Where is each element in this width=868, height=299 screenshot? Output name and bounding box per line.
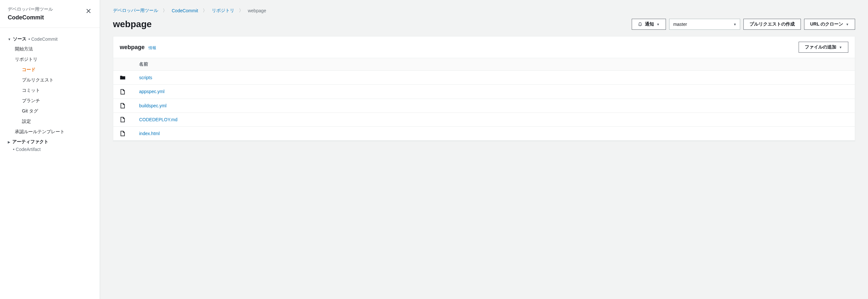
- add-file-label: ファイルの追加: [805, 44, 836, 50]
- breadcrumb: デベロッパー用ツール〉CodeCommit〉リポジトリ〉webpage: [113, 8, 855, 13]
- chevron-right-icon: 〉: [163, 8, 167, 13]
- repo-card: webpage 情報 ファイルの追加 ▼ 名前 scriptsappspec.y…: [113, 36, 855, 141]
- nav-section-header[interactable]: ▶アーティファクト: [8, 137, 92, 147]
- card-header: webpage 情報 ファイルの追加 ▼: [113, 36, 855, 58]
- clone-url-label: URL のクローン: [810, 21, 843, 27]
- notify-label: 通知: [645, 21, 654, 27]
- nav-section-header[interactable]: ▼ソース • CodeCommit: [8, 34, 92, 44]
- file-name-cell: CODEDEPLOY.md: [133, 112, 855, 127]
- sidebar-subtitle: デベロッパー用ツール: [8, 6, 53, 12]
- folder-icon: [113, 71, 133, 85]
- sidebar-title: CodeCommit: [8, 14, 53, 21]
- table-row: buildspec.yml: [113, 99, 855, 112]
- branch-select[interactable]: master ▼: [669, 19, 740, 30]
- breadcrumb-item[interactable]: リポジトリ: [212, 8, 234, 13]
- file-name-cell: appspec.yml: [133, 85, 855, 99]
- create-pr-label: プルリクエストの作成: [749, 21, 795, 27]
- file-icon: [113, 127, 133, 141]
- caret-down-icon: ▼: [8, 37, 11, 41]
- page-header: webpage 通知 ▼ master ▼ プルリクエストの作成 URL のクロ…: [113, 19, 855, 30]
- file-name-cell: scripts: [133, 71, 855, 85]
- info-link[interactable]: 情報: [149, 45, 156, 51]
- breadcrumb-item[interactable]: CodeCommit: [172, 8, 198, 13]
- file-link[interactable]: scripts: [139, 75, 152, 80]
- table-row: CODEDEPLOY.md: [113, 112, 855, 127]
- close-icon[interactable]: ✕: [85, 6, 92, 16]
- card-title-wrap: webpage 情報: [120, 44, 156, 51]
- nav-section-suffix: • CodeCommit: [28, 36, 58, 42]
- create-pull-request-button[interactable]: プルリクエストの作成: [743, 19, 801, 30]
- nav-section-label: ソース: [13, 36, 27, 42]
- caret-down-icon: ▼: [846, 23, 849, 26]
- chevron-right-icon: 〉: [203, 8, 207, 13]
- breadcrumb-item: webpage: [248, 8, 266, 13]
- chevron-right-icon: 〉: [239, 8, 243, 13]
- nav-section: ▶アーティファクト• CodeArtifact: [0, 137, 100, 152]
- file-link[interactable]: buildspec.yml: [139, 103, 166, 108]
- branch-selected-label: master: [673, 22, 687, 27]
- caret-down-icon: ▼: [657, 23, 660, 26]
- sidebar-item[interactable]: Git タグ: [8, 106, 92, 116]
- caret-right-icon: ▶: [8, 140, 10, 144]
- table-row: appspec.yml: [113, 85, 855, 99]
- sidebar-item[interactable]: コード: [8, 65, 92, 75]
- sidebar-item[interactable]: リポジトリ: [8, 54, 92, 65]
- file-icon: [113, 112, 133, 127]
- table-header-name: 名前: [133, 58, 855, 71]
- file-link[interactable]: appspec.yml: [139, 89, 165, 94]
- sidebar-item[interactable]: 設定: [8, 116, 92, 127]
- sidebar-header-text: デベロッパー用ツール CodeCommit: [8, 6, 53, 21]
- card-title: webpage: [120, 44, 145, 51]
- page-title: webpage: [113, 19, 152, 29]
- table-row: index.html: [113, 127, 855, 141]
- clone-url-button[interactable]: URL のクローン ▼: [804, 19, 855, 30]
- sidebar: デベロッパー用ツール CodeCommit ✕ ▼ソース • CodeCommi…: [0, 0, 100, 299]
- page-actions: 通知 ▼ master ▼ プルリクエストの作成 URL のクローン ▼: [632, 19, 855, 30]
- sidebar-item[interactable]: 承認ルールテンプレート: [8, 127, 92, 137]
- table-header-icon: [113, 58, 133, 71]
- nav-section-suffix: • CodeArtifact: [8, 147, 92, 152]
- sidebar-item[interactable]: 開始方法: [8, 44, 92, 54]
- sidebar-nav: ▼ソース • CodeCommit開始方法リポジトリコードプルリクエストコミット…: [0, 28, 100, 158]
- sidebar-item[interactable]: プルリクエスト: [8, 75, 92, 85]
- nav-section-label: アーティファクト: [12, 139, 49, 145]
- caret-down-icon: ▼: [734, 23, 737, 26]
- sidebar-item[interactable]: ブランチ: [8, 96, 92, 106]
- add-file-button[interactable]: ファイルの追加 ▼: [799, 42, 848, 53]
- file-name-cell: buildspec.yml: [133, 99, 855, 112]
- sidebar-header: デベロッパー用ツール CodeCommit ✕: [0, 0, 100, 28]
- file-link[interactable]: index.html: [139, 131, 160, 136]
- main-content: デベロッパー用ツール〉CodeCommit〉リポジトリ〉webpage webp…: [100, 0, 868, 299]
- caret-down-icon: ▼: [839, 46, 842, 49]
- file-table: 名前 scriptsappspec.ymlbuildspec.ymlCODEDE…: [113, 58, 855, 141]
- file-link[interactable]: CODEDEPLOY.md: [139, 117, 178, 122]
- breadcrumb-item[interactable]: デベロッパー用ツール: [113, 8, 158, 13]
- nav-section: ▼ソース • CodeCommit開始方法リポジトリコードプルリクエストコミット…: [0, 34, 100, 137]
- file-name-cell: index.html: [133, 127, 855, 141]
- sidebar-item[interactable]: コミット: [8, 85, 92, 96]
- file-icon: [113, 99, 133, 112]
- notify-button[interactable]: 通知 ▼: [632, 19, 666, 30]
- bell-icon: [638, 22, 642, 27]
- file-icon: [113, 85, 133, 99]
- table-row: scripts: [113, 71, 855, 85]
